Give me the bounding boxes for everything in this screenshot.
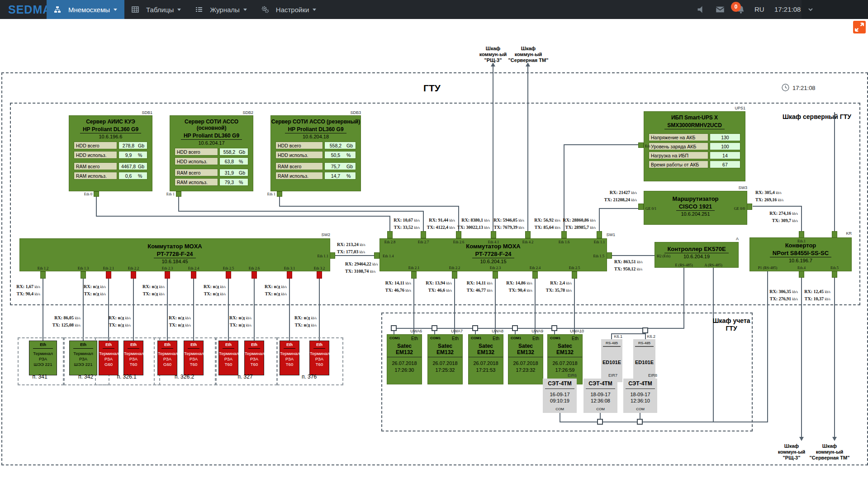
set4tm-meter-eir7[interactable]: СЭТ-4ТМ18-09-1712:36:08COM — [583, 379, 617, 413]
sound-mute-icon[interactable] — [697, 5, 706, 14]
server-block-sdb3[interactable]: Сервер СОТИ АССО (резервный)HP Proliant … — [270, 115, 361, 191]
rza-terminal[interactable]: EthТерминалРЗАТ60 — [280, 341, 299, 375]
rxtx-label: RX: 29464,22 kb/sTX: 3108,74 kb/s — [345, 261, 378, 275]
room-caption: п. 326.2 — [175, 374, 194, 380]
connection-line — [108, 279, 109, 341]
device-tag: UWA10 — [570, 329, 584, 333]
port-label: Eth 1 — [267, 192, 275, 196]
rza-terminal[interactable]: EthТерминалРЗАШЭЭ 221 — [69, 341, 97, 375]
metric-value: 0,6% — [119, 172, 147, 180]
device-title: ИБП Smart-UPS X — [644, 114, 745, 121]
terminal-label: G60 — [158, 362, 177, 367]
connection-line — [611, 333, 612, 340]
language-switcher[interactable]: RU — [754, 5, 764, 13]
metric-label: HDD использ. — [175, 157, 218, 165]
rza-terminal[interactable]: EthТерминалРЗАТ60 — [123, 341, 143, 375]
rxtx-label: RX: 2,4 kb/sTX: 35,78 kb/s — [546, 280, 572, 294]
menu-item-mnemoschemes[interactable]: Мнемосхемы — [47, 0, 124, 19]
port-label: H2 (Eth) — [657, 254, 670, 258]
metric-row: Уровень заряда АКБ100 — [649, 142, 740, 150]
connection-line — [413, 279, 414, 335]
rza-terminal[interactable]: EthТерминалРЗАТ60 — [184, 341, 204, 375]
rza-terminal[interactable]: EthТерминалРЗАТ60 — [218, 341, 238, 375]
user-menu[interactable] — [802, 0, 868, 19]
set4tm-meter-eir8[interactable]: СЭТ-4ТМ18-09-1712:36:10COM — [623, 379, 657, 413]
menu-item-tables[interactable]: Таблицы — [124, 0, 188, 19]
connection-line — [612, 255, 655, 256]
rza-terminal[interactable]: EthТерминалРЗАШЭЭ 221 — [29, 341, 57, 375]
server-block-sdb1[interactable]: Сервер АИИС КУЭHP Proliant DL360 G910.6.… — [69, 115, 152, 191]
fullscreen-button[interactable] — [853, 21, 866, 33]
set4tm-timestamp: 18-09-1712:36:08 — [583, 391, 617, 404]
metric-label: Время работы от АКБ — [649, 161, 708, 168]
satec-meter-uwa8[interactable]: COM1EthSatec EM13226.07.201817:21:53 — [468, 334, 503, 384]
messages-icon[interactable] — [716, 5, 725, 14]
menu-item-label: Мнемосхемы — [68, 6, 110, 14]
connection-line — [574, 279, 575, 335]
menu-item-label: Таблицы — [146, 6, 174, 14]
satec-meter-uwa7[interactable]: COM1EthSatec EM13226.07.201817:25:32 — [427, 334, 463, 384]
bus-junction-node — [637, 419, 643, 425]
rza-terminal[interactable]: EthТерминалРЗАG60 — [157, 341, 177, 375]
menu-item-settings[interactable]: Настройки — [254, 0, 324, 19]
connection-line — [319, 279, 320, 341]
mnemoscheme-canvas: SEDMAX МнемосхемыТаблицыЖурналыНастройки… — [0, 0, 868, 488]
terminal-label: ШЭЭ 221 — [29, 362, 57, 367]
router-block-sw3[interactable]: МаршрутизаторCISCO 192110.6.204.251 — [644, 191, 747, 225]
metric-value: 558,2Gb — [219, 148, 248, 156]
connection-line — [423, 211, 424, 232]
rxtx-label: RX: 21427 kb/sTX: 21208,24 kb/s — [604, 189, 637, 204]
connection-line — [645, 333, 646, 340]
rxtx-label: RX: 86,05 kb/sTX: 125,08 kb/s — [52, 314, 81, 329]
metric-value: 31,9Gb — [219, 169, 248, 176]
terminal-label: ШЭЭ 221 — [70, 362, 97, 367]
eth-port — [747, 204, 752, 210]
rxtx-label: RX: н/д kb/sTX: н/д kb/s — [229, 314, 251, 329]
terminal-label: Терминал — [124, 351, 143, 356]
connection-line — [96, 197, 97, 217]
bus-junction-node — [642, 327, 648, 333]
eth-port — [131, 271, 136, 279]
device-tag: UPS1 — [735, 106, 745, 110]
metric-value: 75,7Gb — [324, 162, 356, 170]
connection-line — [834, 112, 835, 232]
server-block-sdb2[interactable]: Сервер СОТИ АССО (основной)HP Proliant D… — [170, 115, 253, 191]
metric-label: Нагрузка на ИБП — [649, 152, 708, 159]
satec-meter-uwa6[interactable]: COM1EthSatec EM13226.07.201817:26:30 — [387, 334, 422, 384]
connection-line — [178, 197, 179, 212]
port-label: Eth.5 — [830, 265, 839, 270]
metric-label: RAM всего — [74, 162, 117, 170]
port-label: Eth 1 — [166, 192, 175, 196]
connection-line — [254, 279, 255, 341]
ups-block-ups1[interactable]: ИБП Smart-UPS XSMX3000RMHV2UCDНапряжение… — [644, 111, 745, 181]
metric-row: RAM использ.79,3% — [175, 178, 248, 186]
terminal-label: РЗА — [245, 356, 264, 362]
menu-item-label: Настройки — [276, 6, 309, 14]
rza-terminal[interactable]: EthТерминалРЗАG60 — [99, 341, 119, 375]
satec-meter-uwa9[interactable]: COM1EthSatec EM13226.07.201817:23:32 — [508, 334, 543, 384]
set4tm-meter-eir6[interactable]: СЭТ-4ТМ16-09-1709:10:19COM — [543, 379, 577, 413]
metric-value: 14 — [710, 152, 740, 159]
rs485-port-label: RS-485 — [635, 340, 654, 347]
port-label: Eth 2.1 — [408, 265, 420, 270]
rxtx-label: RX: 13,94 kb/sTX: 46,6 kb/s — [426, 280, 452, 294]
satec-meter-uwa10[interactable]: COM1EthSatec EM13226.07.201817:26:59 — [547, 334, 583, 384]
notification-count-badge[interactable]: 0 — [731, 2, 741, 12]
device-tag: UWA8 — [492, 329, 503, 333]
terminal-eth-port: Eth — [284, 342, 295, 349]
satec-com1-port: COM1 — [430, 336, 441, 341]
com-port-label: COM — [583, 407, 617, 411]
rxtx-label: RX: 274,16 kb/sTX: 309,7 kb/s — [769, 210, 798, 224]
menu-item-journals[interactable]: Журналы — [188, 0, 254, 19]
eth-port — [597, 231, 602, 238]
port-label: Eth 2.4 — [188, 266, 199, 270]
device-title: Сервер СОТИ АССО (основной) — [170, 118, 253, 131]
port-label: Eth 1.6 — [559, 240, 570, 244]
metric-row: HDD всего278,8Gb — [74, 142, 147, 149]
metric-label: RAM использ. — [175, 178, 218, 186]
rxtx-label: RX: н/д kb/sTX: н/д kb/s — [265, 283, 287, 298]
rza-terminal[interactable]: EthТерминалРЗАТ60 — [309, 341, 329, 375]
device-tag: UWA7 — [451, 329, 463, 333]
rza-terminal[interactable]: EthТерминалРЗАТ60 — [244, 341, 264, 375]
rxtx-label: RX: 12,45 kb/sTX: 10,37 kb/s — [804, 288, 830, 303]
